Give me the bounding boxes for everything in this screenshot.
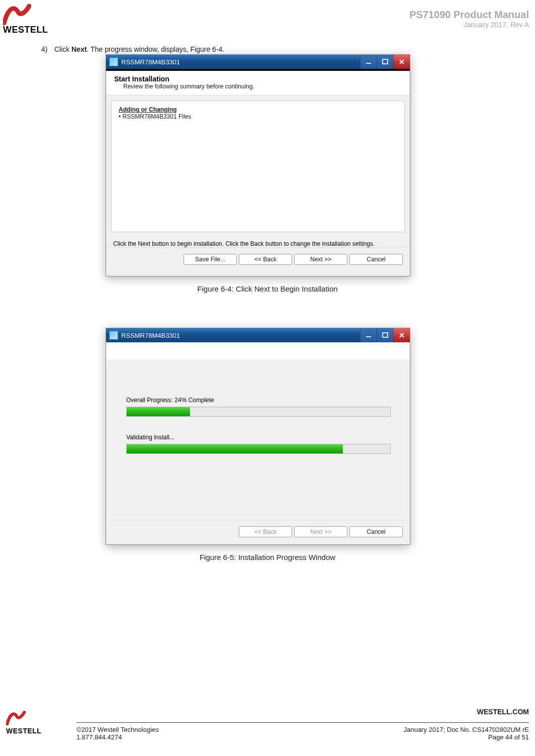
dialog-heading: Start Installation Review the following …	[106, 71, 410, 96]
svg-rect-1	[383, 59, 388, 64]
overall-progress-fill	[127, 407, 190, 416]
brand-logo: WESTELL	[3, 3, 53, 35]
page-number: Page 44 of 51	[404, 733, 529, 741]
footer-phone: 1.877.844.4274	[76, 733, 159, 741]
task-progress-bar	[126, 444, 391, 454]
westell-swoosh-icon	[6, 710, 26, 725]
cancel-button[interactable]: Cancel	[349, 526, 403, 537]
footer-site: WESTELL.COM	[477, 708, 529, 716]
minimize-button[interactable]	[360, 328, 377, 342]
back-button[interactable]: << Back	[239, 254, 292, 265]
footer-rule	[76, 722, 529, 723]
page-footer: WESTELL WESTELL.COM ©2017 Westell Techno…	[6, 722, 529, 741]
page-header: PS71090 Product Manual January 2017, Rev…	[409, 9, 529, 29]
progress-area: Overall Progress: 24% Complete Validatin…	[106, 359, 410, 459]
section-subtitle: Review the following summary before cont…	[114, 83, 405, 90]
step-instruction: Click Next. The progress window, display…	[54, 45, 224, 53]
maximize-button[interactable]	[377, 328, 393, 342]
next-button[interactable]: Next >>	[294, 254, 347, 265]
minimize-icon	[366, 59, 372, 65]
task-progress-label: Validating install...	[126, 434, 390, 441]
manual-revision: January 2017, Rev A	[409, 21, 529, 29]
close-icon	[399, 59, 405, 65]
maximize-icon	[382, 332, 388, 338]
maximize-button[interactable]	[377, 55, 393, 69]
close-button[interactable]	[393, 328, 410, 342]
brand-name: WESTELL	[3, 25, 53, 35]
button-row: Save File... << Back Next >> Cancel	[106, 247, 410, 272]
footer-logo: WESTELL	[6, 710, 66, 735]
manual-title: PS71090 Product Manual	[409, 9, 529, 21]
titlebar[interactable]: RSSMR78M4B3301	[106, 328, 410, 342]
svg-rect-4	[366, 336, 371, 337]
step-number: 4)	[41, 45, 47, 53]
installer-progress-dialog: RSSMR78M4B3301 Overall Progress: 2	[106, 328, 410, 545]
window-title: RSSMR78M4B3301	[121, 332, 180, 339]
next-button: Next >>	[294, 526, 347, 537]
footer-brand: WESTELL	[6, 727, 66, 735]
app-icon	[109, 57, 118, 66]
installer-start-dialog: RSSMR78M4B3301 Start Installation	[106, 54, 410, 276]
minimize-button[interactable]	[360, 55, 377, 69]
app-icon	[109, 331, 118, 340]
maximize-icon	[382, 59, 388, 65]
task-progress-fill	[127, 444, 343, 453]
window-title: RSSMR78M4B3301	[121, 58, 180, 66]
summary-box: Adding or Changing • RSSMR78M4B3301 File…	[111, 101, 405, 232]
westell-swoosh-icon	[3, 3, 31, 25]
overall-progress-label: Overall Progress: 24% Complete	[126, 397, 390, 404]
summary-item: • RSSMR78M4B3301 Files	[119, 113, 397, 120]
back-button: << Back	[239, 526, 292, 537]
figure-caption-2: Figure 6-5: Installation Progress Window	[0, 553, 535, 561]
overall-progress-bar	[126, 407, 391, 417]
close-icon	[399, 332, 405, 338]
svg-rect-0	[366, 63, 371, 64]
save-file-button[interactable]: Save File...	[184, 254, 237, 265]
copyright: ©2017 Westell Technologies	[76, 726, 159, 733]
titlebar[interactable]: RSSMR78M4B3301	[106, 55, 410, 69]
close-button[interactable]	[393, 55, 410, 69]
figure-caption-1: Figure 6-4: Click Next to Begin Installa…	[0, 285, 535, 293]
minimize-icon	[366, 332, 372, 338]
summary-heading: Adding or Changing	[119, 106, 397, 113]
help-text: Click the Next button to begin installat…	[106, 237, 410, 247]
svg-rect-5	[383, 333, 388, 337]
section-title: Start Installation	[114, 75, 405, 83]
button-row: << Back Next >> Cancel	[106, 520, 410, 544]
cancel-button[interactable]: Cancel	[349, 254, 403, 265]
doc-number: January 2017; Doc No. CS14702802UM rE	[404, 726, 529, 733]
